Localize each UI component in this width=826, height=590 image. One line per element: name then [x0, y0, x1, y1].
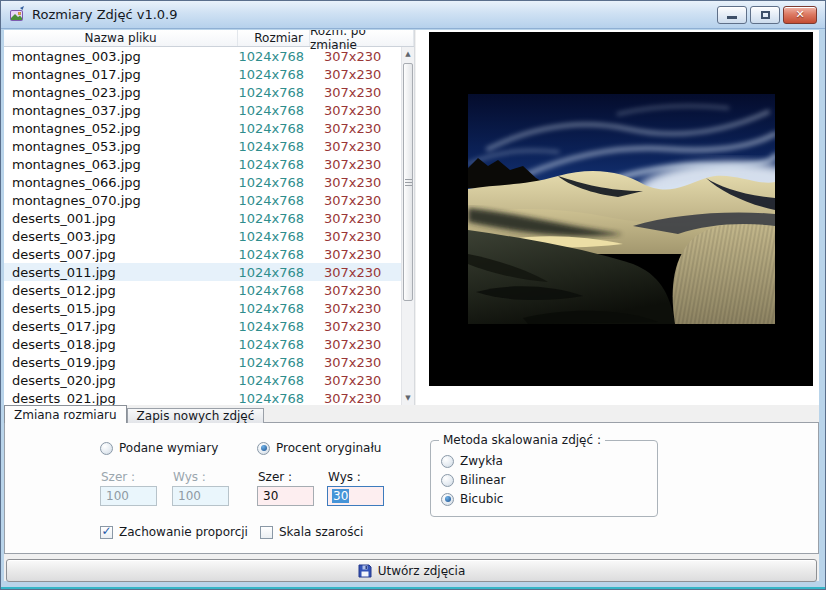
cell-filename: montagnes_017.jpg — [4, 67, 238, 82]
given-width-value: 100 — [105, 489, 130, 503]
cell-size: 1024x768 — [238, 49, 310, 64]
radio-icon — [441, 493, 454, 506]
app-icon — [9, 6, 26, 23]
tab-save[interactable]: Zapis nowych zdjęć — [127, 408, 265, 423]
scroll-down-icon[interactable]: ▼ — [402, 391, 414, 405]
table-row[interactable]: deserts_018.jpg1024x768307x230 — [4, 335, 401, 353]
cell-new-size: 307x230 — [310, 139, 401, 154]
radio-icon — [441, 455, 454, 468]
tab-resize[interactable]: Zmiana rozmiaru — [4, 405, 127, 423]
scaling-method-title: Metoda skalowania zdjęć : — [439, 433, 605, 447]
table-row[interactable]: deserts_015.jpg1024x768307x230 — [4, 299, 401, 317]
checkbox-grayscale[interactable]: ✓ Skala szarości — [260, 525, 363, 539]
table-row[interactable]: montagnes_070.jpg1024x768307x230 — [4, 191, 401, 209]
table-row[interactable]: montagnes_003.jpg1024x768307x230 — [4, 47, 401, 65]
checkbox-grayscale-label: Skala szarości — [279, 525, 363, 539]
cell-size: 1024x768 — [238, 373, 310, 388]
radio-percent-original[interactable]: Procent oryginału — [257, 441, 381, 455]
cell-size: 1024x768 — [238, 193, 310, 208]
cell-filename: deserts_007.jpg — [4, 247, 238, 262]
window-title: Rozmiary Zdjęć v1.0.9 — [32, 7, 711, 22]
cell-new-size: 307x230 — [310, 247, 401, 262]
radio-scaling-bilinear[interactable]: Bilinear — [441, 473, 657, 487]
table-row[interactable]: deserts_011.jpg1024x768307x230 — [4, 263, 401, 281]
minimize-button[interactable] — [717, 6, 747, 24]
cell-new-size: 307x230 — [310, 121, 401, 136]
table-row[interactable]: deserts_020.jpg1024x768307x230 — [4, 371, 401, 389]
radio-given-dimensions[interactable]: Podane wymiary — [100, 441, 218, 455]
app-window: Rozmiary Zdjęć v1.0.9 ✕ Nazwa pliku Rozm… — [0, 0, 826, 590]
cell-new-size: 307x230 — [310, 301, 401, 316]
checkbox-icon: ✓ — [260, 526, 273, 539]
percent-height-input[interactable]: 30 — [327, 486, 384, 506]
tab-resize-label: Zmiana rozmiaru — [14, 408, 117, 422]
cell-filename: deserts_012.jpg — [4, 283, 238, 298]
radio-scaling-normal[interactable]: Zwykła — [441, 454, 657, 468]
table-row[interactable]: deserts_001.jpg1024x768307x230 — [4, 209, 401, 227]
cell-filename: deserts_001.jpg — [4, 211, 238, 226]
cell-new-size: 307x230 — [310, 265, 401, 280]
cell-new-size: 307x230 — [310, 391, 401, 406]
checkbox-keep-proportions-label: Zachowanie proporcji — [119, 525, 248, 539]
table-row[interactable]: deserts_017.jpg1024x768307x230 — [4, 317, 401, 335]
table-row[interactable]: montagnes_066.jpg1024x768307x230 — [4, 173, 401, 191]
cell-filename: deserts_017.jpg — [4, 319, 238, 334]
given-height-input[interactable]: 100 — [172, 486, 229, 506]
checkbox-keep-proportions[interactable]: ✓ Zachowanie proporcji — [100, 525, 248, 539]
percent-height-value: 30 — [332, 489, 349, 503]
check-icon: ✓ — [101, 525, 111, 537]
vertical-scrollbar[interactable]: ▲ ▼ — [401, 47, 414, 405]
scrollbar-grip-icon — [405, 179, 412, 186]
cell-filename: montagnes_052.jpg — [4, 121, 238, 136]
cell-filename: deserts_020.jpg — [4, 373, 238, 388]
table-row[interactable]: montagnes_017.jpg1024x768307x230 — [4, 65, 401, 83]
table-row[interactable]: deserts_012.jpg1024x768307x230 — [4, 281, 401, 299]
column-header-new-size[interactable]: Rozm. po zmianie — [310, 30, 414, 46]
table-row[interactable]: deserts_021.jpg1024x768307x230 — [4, 389, 401, 405]
table-row[interactable]: montagnes_037.jpg1024x768307x230 — [4, 101, 401, 119]
table-row[interactable]: deserts_007.jpg1024x768307x230 — [4, 245, 401, 263]
table-row[interactable]: montagnes_053.jpg1024x768307x230 — [4, 137, 401, 155]
cell-new-size: 307x230 — [310, 49, 401, 64]
cell-size: 1024x768 — [238, 355, 310, 370]
cell-size: 1024x768 — [238, 139, 310, 154]
titlebar[interactable]: Rozmiary Zdjęć v1.0.9 ✕ — [1, 1, 825, 29]
cell-size: 1024x768 — [238, 103, 310, 118]
given-width-input[interactable]: 100 — [100, 486, 157, 506]
cell-filename: montagnes_003.jpg — [4, 49, 238, 64]
percent-height-label: Wys : — [328, 470, 361, 484]
cell-filename: montagnes_023.jpg — [4, 85, 238, 100]
scrollbar-thumb[interactable] — [403, 63, 413, 301]
radio-percent-original-label: Procent oryginału — [276, 441, 381, 455]
cell-size: 1024x768 — [238, 229, 310, 244]
percent-width-label: Szer : — [258, 470, 292, 484]
column-header-filename[interactable]: Nazwa pliku — [4, 30, 238, 46]
cell-new-size: 307x230 — [310, 283, 401, 298]
radio-scaling-bicubic[interactable]: Bicubic — [441, 492, 657, 506]
close-button[interactable]: ✕ — [783, 6, 817, 24]
table-row[interactable]: deserts_019.jpg1024x768307x230 — [4, 353, 401, 371]
table-row[interactable]: montagnes_052.jpg1024x768307x230 — [4, 119, 401, 137]
resize-tab-page: Podane wymiary Procent oryginału Szer : … — [4, 422, 819, 554]
preview-background — [429, 32, 813, 386]
radio-scaling-bicubic-label: Bicubic — [460, 492, 503, 506]
radio-scaling-bilinear-label: Bilinear — [460, 473, 506, 487]
cell-size: 1024x768 — [238, 247, 310, 262]
given-height-value: 100 — [177, 489, 202, 503]
cell-new-size: 307x230 — [310, 319, 401, 334]
table-row[interactable]: montagnes_023.jpg1024x768307x230 — [4, 83, 401, 101]
cell-new-size: 307x230 — [310, 67, 401, 82]
cell-size: 1024x768 — [238, 301, 310, 316]
create-photos-button[interactable]: Utwórz zdjęcia — [6, 559, 817, 582]
percent-width-input[interactable]: 30 — [257, 486, 314, 506]
maximize-button[interactable] — [750, 6, 780, 24]
table-row[interactable]: deserts_003.jpg1024x768307x230 — [4, 227, 401, 245]
table-row[interactable]: montagnes_063.jpg1024x768307x230 — [4, 155, 401, 173]
column-header-size[interactable]: Rozmiar — [238, 30, 310, 46]
create-photos-label: Utwórz zdjęcia — [378, 564, 466, 578]
cell-new-size: 307x230 — [310, 157, 401, 172]
client-area: Nazwa pliku Rozmiar Rozm. po zmianie mon… — [4, 30, 819, 581]
save-icon — [358, 564, 372, 578]
scroll-up-icon[interactable]: ▲ — [402, 47, 414, 61]
tab-strip: Zmiana rozmiaru Zapis nowych zdjęć — [4, 405, 264, 423]
